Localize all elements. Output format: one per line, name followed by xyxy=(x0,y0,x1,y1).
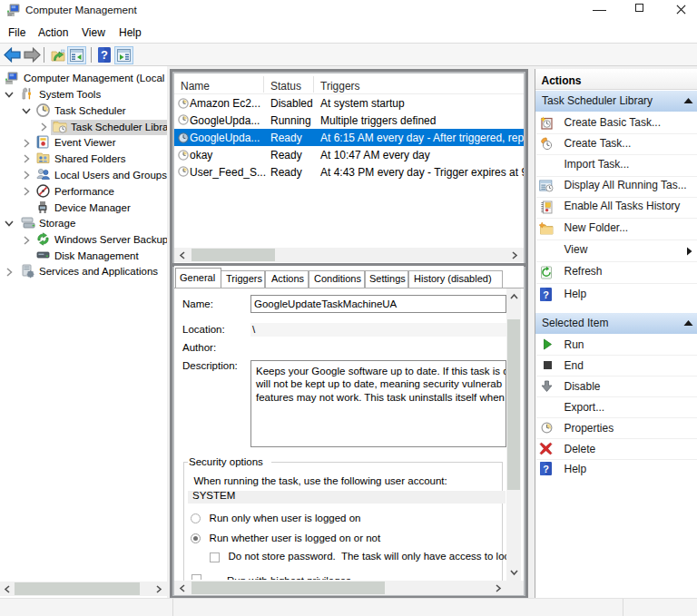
svg-text:?: ? xyxy=(543,289,549,300)
svg-text:?: ? xyxy=(543,464,549,474)
svg-text:?: ? xyxy=(101,48,108,62)
